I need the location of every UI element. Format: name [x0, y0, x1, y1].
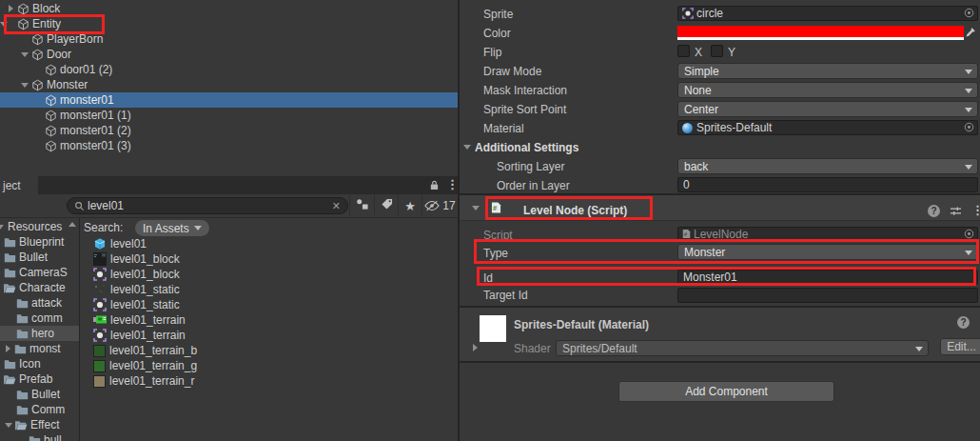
folder-item-bull[interactable]: bull	[0, 432, 79, 441]
add-component-button[interactable]: Add Component	[618, 381, 834, 402]
hidden-count-button[interactable]: 17	[421, 194, 458, 217]
id-input[interactable]: Monster01	[677, 270, 978, 285]
foldout-collapsed-icon[interactable]	[473, 344, 478, 351]
material-section: Sprites-Default (Material) ? ⋮ Shader Sp…	[460, 308, 980, 361]
hierarchy-item-monster01-2[interactable]: monster01 (2)	[0, 123, 458, 138]
filter-by-type-button[interactable]	[349, 194, 374, 217]
foldout-collapsed-icon[interactable]	[4, 5, 17, 12]
eyedropper-icon[interactable]	[965, 27, 976, 41]
search-scope-dropdown[interactable]: In Assets	[135, 220, 209, 236]
material-menu-icon[interactable]: ⋮	[975, 315, 980, 328]
shader-dropdown[interactable]: Sprites/Default	[556, 340, 929, 356]
folder-icon	[4, 236, 16, 248]
material-title: Sprites-Default (Material)	[514, 318, 649, 331]
favorites-button[interactable]: ★	[398, 194, 421, 217]
foldout-expanded-icon[interactable]	[4, 22, 17, 27]
folder-item-effect[interactable]: Effect	[0, 417, 79, 432]
folder-item-attack[interactable]: attack	[0, 295, 79, 311]
foldout-expanded-icon[interactable]	[18, 52, 31, 57]
folder-item-blueprint[interactable]: Blueprint	[0, 234, 79, 250]
mask-interaction-dropdown[interactable]: None	[677, 82, 978, 98]
foldout-expanded-icon[interactable]	[472, 206, 480, 210]
foldout-collapsed-icon[interactable]	[2, 345, 14, 352]
folder-item-resources[interactable]: Resources	[0, 219, 79, 234]
search-input[interactable]: level01 ✕	[67, 197, 348, 214]
flip-x-checkbox[interactable]	[677, 45, 690, 57]
object-picker-icon[interactable]	[964, 8, 974, 21]
hierarchy-item-door[interactable]: Door	[0, 47, 458, 62]
material-preview-thumbnail[interactable]	[480, 315, 506, 342]
folder-item-character[interactable]: Characte	[0, 280, 79, 295]
sorting-layer-dropdown[interactable]: back	[677, 158, 978, 174]
help-icon[interactable]: ?	[957, 316, 970, 329]
flip-y-checkbox[interactable]	[711, 45, 723, 57]
hierarchy-item-monster01-1[interactable]: monster01 (1)	[0, 108, 458, 123]
order-in-layer-input[interactable]: 0	[677, 177, 978, 192]
hierarchy-item-label: Door	[47, 48, 71, 61]
hierarchy-item-monster01-selected[interactable]: monster01	[0, 92, 458, 108]
hierarchy-item-monster[interactable]: Monster	[0, 77, 458, 92]
type-dropdown[interactable]: Monster	[677, 244, 978, 260]
folder-item-prefab[interactable]: Prefab	[0, 371, 79, 387]
draw-mode-dropdown[interactable]: Simple	[677, 63, 978, 79]
target-id-input[interactable]	[677, 288, 978, 303]
project-folder-tree: Resources Blueprint Bullet CameraS Chara…	[0, 218, 79, 441]
foldout-expanded-icon[interactable]	[2, 423, 14, 428]
asset-item-level01[interactable]: level01	[81, 236, 458, 251]
presets-icon[interactable]	[950, 206, 962, 219]
asset-item-level01-static-sprite[interactable]: level01_static	[81, 297, 458, 312]
asset-item-level01-static-tex[interactable]: level01_static	[81, 282, 458, 297]
asset-item-level01-terrain-sprite[interactable]: level01_terrain	[81, 328, 458, 343]
hierarchy-item-entity[interactable]: Entity	[0, 16, 458, 31]
panel-menu-icon[interactable]: ⋮	[446, 178, 458, 190]
asset-item-level01-terrain-g[interactable]: level01_terrain_g	[81, 358, 458, 373]
folder-item-comm2[interactable]: Comm	[0, 402, 79, 417]
folder-item-bullet[interactable]: Bullet	[0, 250, 79, 265]
script-object-field[interactable]: # LevelNode	[677, 227, 978, 241]
tab-project[interactable]: ject	[0, 176, 38, 194]
asset-item-level01-terrain-r[interactable]: level01_terrain_r	[81, 373, 458, 389]
folder-icon	[4, 267, 16, 278]
color-swatch[interactable]	[677, 26, 964, 40]
edit-shader-button[interactable]: Edit...	[940, 338, 980, 355]
sprite-object-field[interactable]: circle	[677, 6, 978, 21]
folder-item-icon[interactable]: Icon	[0, 356, 79, 371]
hierarchy-item-label: monster01 (3)	[60, 139, 131, 152]
asset-item-level01-terrain-b[interactable]: level01_terrain_b	[81, 343, 458, 358]
hierarchy-item-block[interactable]: Block	[0, 1, 458, 16]
draw-mode-label: Draw Mode	[483, 65, 541, 78]
asset-item-level01-block-tex[interactable]: level01_block	[81, 251, 458, 267]
level-node-header[interactable]: # Level Node (Script) ? ⋮	[460, 195, 980, 221]
help-icon[interactable]: ?	[928, 205, 940, 217]
folder-item-comm[interactable]: comm	[0, 311, 79, 326]
unity-editor: Block Entity PlayerBorn Door door01 (2) …	[0, 0, 980, 441]
object-picker-icon[interactable]	[964, 122, 974, 135]
search-value: level01	[88, 199, 332, 212]
foldout-expanded-icon[interactable]	[463, 145, 471, 150]
hierarchy-item-monster01-3[interactable]: monster01 (3)	[0, 138, 458, 153]
material-object-field[interactable]: Sprites-Default	[677, 120, 978, 135]
clear-search-icon[interactable]: ✕	[332, 200, 341, 212]
asset-item-level01-block-sprite[interactable]: level01_block	[81, 267, 458, 282]
foldout-expanded-icon	[0, 225, 4, 230]
folder-item-cameras[interactable]: CameraS	[0, 265, 79, 280]
material-sphere-icon	[682, 123, 693, 133]
filter-by-label-button[interactable]	[374, 194, 398, 217]
folder-item-bullet2[interactable]: Bullet	[0, 387, 79, 402]
sprite-icon	[93, 268, 107, 281]
open-folder-icon	[14, 419, 28, 431]
hierarchy-item-door01[interactable]: door01 (2)	[0, 62, 458, 77]
scroll-up-arrow-icon[interactable]	[69, 222, 76, 227]
chevron-down-icon	[965, 165, 972, 170]
tree-list-splitter[interactable]	[79, 218, 80, 441]
folder-item-monster[interactable]: monst	[0, 341, 79, 356]
sprite-sort-point-dropdown[interactable]: Center	[677, 101, 978, 117]
lock-icon[interactable]	[429, 179, 440, 193]
component-menu-icon[interactable]: ⋮	[971, 204, 980, 216]
object-picker-icon[interactable]	[964, 229, 974, 242]
foldout-expanded-icon[interactable]	[18, 83, 31, 88]
hierarchy-item-playerborn[interactable]: PlayerBorn	[0, 31, 458, 47]
asset-item-level01-terrain-tilemap[interactable]: level01_terrain	[81, 312, 458, 328]
hierarchy-item-label: Block	[32, 2, 60, 15]
folder-item-hero-selected[interactable]: hero	[0, 326, 79, 341]
